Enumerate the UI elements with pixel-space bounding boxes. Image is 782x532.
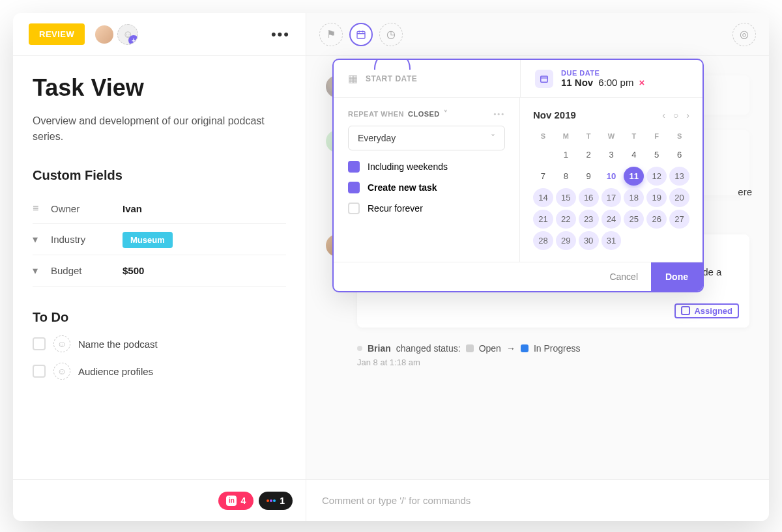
- industry-tag[interactable]: Museum: [123, 232, 173, 248]
- calendar-day[interactable]: 7: [533, 167, 553, 186]
- assigned-tag[interactable]: Assigned: [674, 303, 739, 318]
- repeat-frequency-value: Everyday: [358, 133, 396, 143]
- calendar-day[interactable]: 23: [579, 210, 599, 229]
- arrow-icon: →: [506, 343, 515, 354]
- calendar-day[interactable]: 26: [646, 210, 667, 229]
- calendar-day[interactable]: 9: [579, 167, 599, 186]
- calendar-day[interactable]: 4: [624, 145, 644, 164]
- option-new-task[interactable]: Create new task: [348, 182, 505, 193]
- status-chip-progress: [521, 344, 529, 352]
- prev-month-button[interactable]: ‹: [662, 110, 665, 120]
- comment-placeholder: Comment or type '/' for commands: [322, 495, 471, 506]
- today-button[interactable]: ○: [673, 110, 678, 120]
- cf-value[interactable]: Ivan: [123, 203, 142, 214]
- calendar-day[interactable]: 18: [624, 188, 644, 207]
- popover-body: REPEAT WHEN CLOSED ˅ ••• Everyday ˅ Incl…: [334, 98, 702, 262]
- figma-pill[interactable]: 1: [259, 492, 293, 510]
- done-button[interactable]: Done: [651, 262, 702, 291]
- calendar-day[interactable]: 17: [601, 188, 622, 207]
- invision-count: 4: [240, 496, 246, 506]
- calendar-day[interactable]: 15: [556, 188, 576, 207]
- calendar-dow: T: [579, 130, 599, 143]
- status-actor: Brian: [368, 343, 391, 354]
- calendar-icon[interactable]: [349, 23, 373, 46]
- calendar-day[interactable]: 5: [646, 145, 667, 164]
- right-header: ⚑ ◷ ◎: [306, 13, 769, 56]
- review-button[interactable]: REVIEW: [29, 23, 85, 45]
- clock-icon[interactable]: ◷: [379, 23, 403, 46]
- start-date-field[interactable]: ▦ START DATE: [334, 60, 520, 97]
- app-window: REVIEW ☺ + ••• Task View Overview and de…: [13, 13, 769, 521]
- flag-icon[interactable]: ⚑: [319, 23, 343, 46]
- calendar-day[interactable]: 12: [646, 167, 667, 186]
- svg-rect-4: [541, 76, 548, 81]
- calendar-day[interactable]: 14: [533, 188, 553, 207]
- repeat-frequency-select[interactable]: Everyday ˅: [348, 126, 505, 150]
- calendar-icon: ▦: [348, 72, 358, 85]
- calendar-day[interactable]: 19: [646, 188, 667, 207]
- option-label: Recur forever: [368, 203, 423, 214]
- calendar-day[interactable]: 10: [601, 167, 622, 186]
- checkbox[interactable]: [33, 365, 46, 378]
- calendar-day[interactable]: 6: [669, 145, 689, 164]
- more-menu-button[interactable]: •••: [271, 26, 290, 43]
- calendar-day[interactable]: 3: [601, 145, 622, 164]
- recurrence-panel: REPEAT WHEN CLOSED ˅ ••• Everyday ˅ Incl…: [334, 98, 520, 262]
- cf-row-budget: ▾ Budget $500: [33, 255, 286, 287]
- calendar-day[interactable]: 21: [533, 210, 553, 229]
- due-date-field[interactable]: DUE DATE 11 Nov 6:00 pm ×: [520, 60, 702, 97]
- calendar-day[interactable]: 25: [624, 210, 644, 229]
- calendar-dow: F: [646, 130, 667, 143]
- invision-pill[interactable]: in 4: [218, 492, 253, 510]
- next-month-button[interactable]: ›: [686, 110, 689, 120]
- cf-value[interactable]: $500: [123, 265, 144, 276]
- calendar-day[interactable]: 20: [669, 188, 689, 207]
- status-timestamp: Jan 8 at 1:18 am: [357, 357, 749, 367]
- calendar-day[interactable]: 22: [556, 210, 576, 229]
- calendar-day[interactable]: 8: [556, 167, 576, 186]
- clear-date-button[interactable]: ×: [639, 77, 644, 88]
- calendar-panel: Nov 2019 ‹ ○ › SMTWTFS123456789101112131…: [520, 98, 702, 262]
- todo-item[interactable]: ☺ Audience profiles: [33, 363, 286, 380]
- calendar-day[interactable]: 27: [669, 210, 689, 229]
- left-header: REVIEW ☺ + •••: [13, 13, 306, 56]
- dot-icon: [357, 346, 362, 351]
- todo-section: To Do ☺ Name the podcast ☺ Audience prof…: [33, 310, 286, 380]
- status-to: In Progress: [534, 343, 581, 354]
- cancel-button[interactable]: Cancel: [596, 262, 651, 291]
- eye-icon[interactable]: ◎: [732, 23, 756, 46]
- option-recur-forever[interactable]: Recur forever: [348, 203, 505, 214]
- assign-icon[interactable]: ☺: [53, 335, 70, 352]
- checkbox[interactable]: [33, 337, 46, 350]
- checkbox[interactable]: [348, 182, 360, 193]
- plus-badge-icon: +: [128, 35, 138, 45]
- status-change-line: Brian changed status: Open → In Progress: [357, 343, 749, 354]
- add-assignee-button[interactable]: ☺ +: [117, 24, 138, 45]
- calendar-day[interactable]: 2: [579, 145, 599, 164]
- more-icon[interactable]: •••: [493, 110, 505, 118]
- avatar[interactable]: [94, 24, 115, 45]
- todo-item[interactable]: ☺ Name the podcast: [33, 335, 286, 352]
- calendar-day[interactable]: 1: [556, 145, 576, 164]
- comment-input[interactable]: Comment or type '/' for commands: [306, 479, 769, 521]
- calendar-day[interactable]: 11: [624, 167, 644, 186]
- task-title: Task View: [33, 74, 286, 102]
- calendar-day[interactable]: 24: [601, 210, 622, 229]
- popover-footer: Cancel Done: [334, 262, 702, 291]
- checkbox[interactable]: [348, 161, 360, 173]
- cf-label: Industry: [51, 234, 123, 245]
- left-panel: REVIEW ☺ + ••• Task View Overview and de…: [13, 13, 306, 521]
- assign-icon[interactable]: ☺: [53, 363, 70, 380]
- chevron-down-icon[interactable]: ˅: [444, 109, 448, 118]
- calendar-day[interactable]: 29: [556, 231, 576, 250]
- calendar-day[interactable]: 30: [579, 231, 599, 250]
- calendar-icon: [535, 70, 553, 88]
- calendar-day[interactable]: 31: [601, 231, 622, 250]
- calendar-month: Nov 2019: [533, 109, 576, 120]
- calendar-day[interactable]: 16: [579, 188, 599, 207]
- figma-icon: [267, 499, 276, 502]
- checkbox[interactable]: [348, 203, 360, 214]
- calendar-day[interactable]: 28: [533, 231, 553, 250]
- option-weekends[interactable]: Including weekends: [348, 161, 505, 173]
- calendar-day[interactable]: 13: [669, 167, 689, 186]
